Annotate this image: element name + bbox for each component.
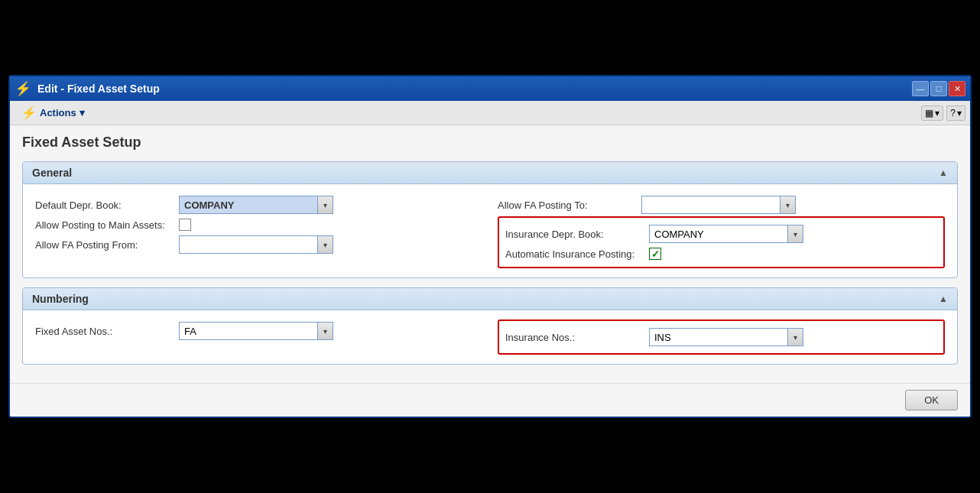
- insurance-nos-dropdown[interactable]: ▾: [788, 328, 803, 346]
- close-button[interactable]: ✕: [949, 81, 965, 96]
- maximize-button[interactable]: □: [930, 81, 947, 96]
- layout-icon: ▦: [925, 108, 933, 118]
- general-collapse-button[interactable]: ▲: [939, 167, 948, 178]
- numbering-section-body: Fixed Asset Nos.: ▾ Insurance Nos.:: [23, 310, 957, 364]
- fixed-asset-nos-input: ▾: [179, 322, 333, 340]
- content-area: Fixed Asset Setup General ▲ Default Depr…: [10, 125, 970, 383]
- numbering-right-col: Insurance Nos.: ▾: [498, 319, 945, 355]
- insurance-depr-book-input: ▾: [649, 225, 803, 243]
- numbering-section-header: Numbering ▲: [23, 288, 957, 310]
- numbering-left-col: Fixed Asset Nos.: ▾: [35, 319, 482, 355]
- insurance-depr-book-row: Insurance Depr. Book: ▾: [505, 222, 937, 245]
- numbering-section: Numbering ▲ Fixed Asset Nos.: ▾: [22, 287, 958, 365]
- allow-fa-posting-to-dropdown[interactable]: ▾: [780, 196, 796, 214]
- help-dropdown-arrow: ▾: [957, 108, 962, 118]
- actions-label: Actions: [40, 107, 76, 118]
- help-icon: ?: [950, 108, 956, 118]
- fixed-asset-nos-row: Fixed Asset Nos.: ▾: [35, 319, 482, 342]
- footer: OK: [10, 383, 970, 417]
- default-depr-book-row: Default Depr. Book: ▾: [35, 193, 482, 216]
- allow-posting-main-input: [179, 219, 191, 231]
- allow-fa-posting-from-field[interactable]: [179, 235, 318, 254]
- menu-bar: ⚡ Actions ▾ ▦ ▾ ? ▾: [10, 101, 970, 125]
- insurance-nos-label: Insurance Nos.:: [505, 332, 643, 343]
- insurance-highlight-box: Insurance Depr. Book: ▾ Automatic Insura…: [498, 216, 945, 268]
- default-depr-book-label: Default Depr. Book:: [35, 199, 173, 211]
- default-depr-book-field[interactable]: [179, 196, 318, 214]
- title-bar-left: ⚡ Edit - Fixed Asset Setup: [15, 80, 160, 97]
- window-icon: ⚡: [15, 80, 31, 97]
- numbering-section-title: Numbering: [32, 293, 89, 305]
- insurance-nos-highlight-box: Insurance Nos.: ▾: [498, 319, 945, 355]
- allow-fa-posting-to-row: Allow FA Posting To: ▾: [498, 193, 945, 216]
- layout-dropdown-arrow: ▾: [935, 108, 939, 118]
- insurance-nos-input: ▾: [649, 328, 803, 346]
- automatic-insurance-input: ✓: [649, 248, 661, 260]
- page-title: Fixed Asset Setup: [22, 135, 958, 151]
- main-window: ⚡ Edit - Fixed Asset Setup — □ ✕ ⚡ Actio…: [8, 75, 972, 418]
- menu-left: ⚡ Actions ▾: [15, 102, 92, 123]
- general-section-body: Default Depr. Book: ▾ Allow Posting to M…: [23, 184, 957, 277]
- default-depr-book-input: ▾: [179, 196, 333, 214]
- general-section-title: General: [32, 167, 72, 179]
- allow-fa-posting-to-label: Allow FA Posting To:: [498, 199, 635, 211]
- menu-right: ▦ ▾ ? ▾: [921, 105, 965, 121]
- allow-posting-main-label: Allow Posting to Main Assets:: [35, 219, 173, 231]
- actions-icon: ⚡: [21, 105, 37, 120]
- insurance-nos-field[interactable]: [649, 328, 788, 346]
- allow-fa-posting-from-row: Allow FA Posting From: ▾: [35, 233, 482, 256]
- automatic-insurance-checkbox[interactable]: ✓: [649, 248, 661, 260]
- general-fields-grid: Default Depr. Book: ▾ Allow Posting to M…: [35, 193, 945, 268]
- window-title: Edit - Fixed Asset Setup: [37, 83, 160, 95]
- layout-icon-button[interactable]: ▦ ▾: [921, 105, 943, 121]
- insurance-depr-book-label: Insurance Depr. Book:: [505, 229, 643, 240]
- help-icon-button[interactable]: ? ▾: [946, 105, 965, 121]
- allow-posting-main-row: Allow Posting to Main Assets:: [35, 216, 482, 233]
- allow-fa-posting-from-dropdown[interactable]: ▾: [318, 235, 333, 254]
- title-bar-controls: — □ ✕: [912, 81, 965, 96]
- automatic-insurance-row: Automatic Insurance Posting: ✓: [505, 245, 937, 262]
- title-bar: ⚡ Edit - Fixed Asset Setup — □ ✕: [10, 76, 970, 101]
- actions-menu-button[interactable]: ⚡ Actions ▾: [15, 102, 92, 123]
- general-right-col: Allow FA Posting To: ▾ Insurance Depr. B…: [498, 193, 945, 268]
- allow-fa-posting-to-field[interactable]: [641, 196, 780, 214]
- allow-posting-main-checkbox[interactable]: [179, 219, 191, 231]
- fixed-asset-nos-dropdown[interactable]: ▾: [318, 322, 333, 340]
- numbering-collapse-button[interactable]: ▲: [939, 294, 948, 304]
- allow-fa-posting-from-label: Allow FA Posting From:: [35, 239, 173, 251]
- insurance-depr-book-dropdown[interactable]: ▾: [788, 225, 803, 243]
- actions-dropdown-arrow: ▾: [80, 107, 85, 118]
- fixed-asset-nos-field[interactable]: [179, 322, 318, 340]
- default-depr-book-dropdown[interactable]: ▾: [318, 196, 333, 214]
- automatic-insurance-label: Automatic Insurance Posting:: [505, 248, 643, 260]
- general-left-col: Default Depr. Book: ▾ Allow Posting to M…: [35, 193, 482, 268]
- numbering-fields-grid: Fixed Asset Nos.: ▾ Insurance Nos.:: [35, 319, 945, 355]
- insurance-nos-row: Insurance Nos.: ▾: [505, 326, 937, 349]
- minimize-button[interactable]: —: [912, 81, 929, 96]
- fixed-asset-nos-label: Fixed Asset Nos.:: [35, 326, 173, 337]
- insurance-depr-book-field[interactable]: [649, 225, 788, 243]
- general-section-header: General ▲: [23, 162, 957, 184]
- ok-button[interactable]: OK: [905, 390, 958, 410]
- checkmark-icon: ✓: [651, 248, 660, 260]
- general-section: General ▲ Default Depr. Book: ▾: [22, 161, 958, 278]
- allow-fa-posting-from-input: ▾: [179, 235, 333, 254]
- allow-fa-posting-to-input: ▾: [641, 196, 796, 214]
